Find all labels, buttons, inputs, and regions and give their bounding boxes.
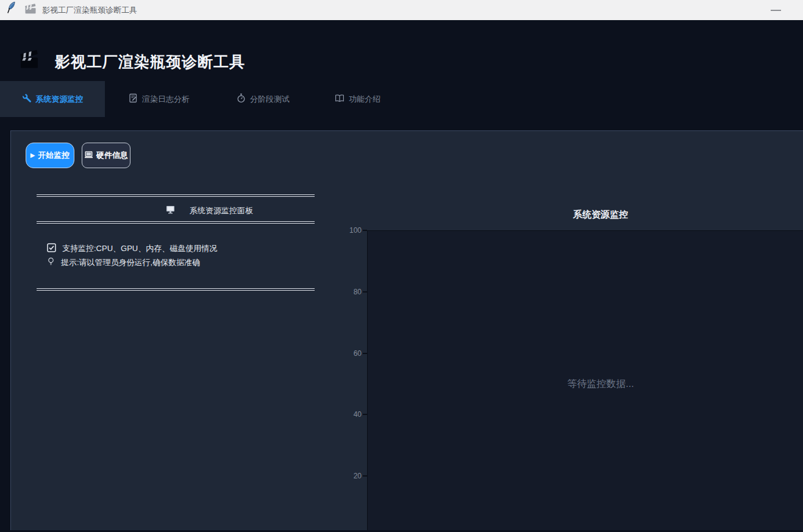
chart-title: 系统资源监控 [573, 209, 628, 221]
checkbox-icon [47, 243, 56, 254]
stopwatch-icon [237, 93, 246, 105]
info-line-supported: 支持监控:CPU、GPU、内存、磁盘使用情况 [47, 243, 217, 254]
y-tick-label: 80 [337, 287, 362, 297]
minimize-button[interactable] [766, 0, 785, 20]
double-rule [37, 288, 315, 291]
app-window: 影视工厂渲染瓶颈诊断工具 系统资源监控 [0, 20, 803, 532]
tabbar: 系统资源监控 渲染日志分析 分阶 [0, 81, 803, 117]
laptop-icon [84, 151, 93, 161]
tab-staged-test[interactable]: 分阶段测试 [237, 81, 290, 117]
tab-content-system-resource: ▶ 开始监控 硬件信息 [10, 130, 803, 530]
info-line-tip: 提示:请以管理员身份运行,确保数据准确 [48, 257, 200, 268]
info-panel: 系统资源监控面板 支持监控:CPU、GPU、内存、磁盘使用情况 [37, 190, 315, 294]
info-panel-title: 系统资源监控面板 [190, 205, 253, 216]
python-feather-icon [6, 1, 16, 20]
y-tick-label: 20 [337, 471, 362, 481]
tab-feature-intro[interactable]: 功能介绍 [335, 81, 380, 117]
toolbar: ▶ 开始监控 硬件信息 [26, 143, 130, 168]
monitor-icon [166, 205, 175, 216]
clapperboard-icon [20, 49, 39, 74]
hardware-info-label: 硬件信息 [96, 150, 128, 161]
start-monitor-label: 开始监控 [38, 150, 70, 161]
double-rule [37, 194, 315, 197]
window-title: 影视工厂渲染瓶颈诊断工具 [42, 5, 137, 16]
y-tick-label: 60 [337, 349, 362, 358]
page-title: 影视工厂渲染瓶颈诊断工具 [55, 52, 245, 72]
tab-label: 功能介绍 [349, 94, 380, 105]
info-panel-header: 系统资源监控面板 [166, 205, 253, 216]
y-tick-mark [363, 230, 367, 231]
tab-label: 渲染日志分析 [142, 94, 190, 105]
minimize-icon [771, 10, 781, 11]
start-monitor-button[interactable]: ▶ 开始监控 [26, 143, 74, 168]
wrench-icon [22, 93, 32, 105]
info-line-text: 提示:请以管理员身份运行,确保数据准确 [61, 257, 200, 268]
bulb-icon [48, 257, 54, 268]
hardware-info-button[interactable]: 硬件信息 [82, 143, 130, 168]
book-icon [335, 94, 344, 105]
y-tick-label: 40 [337, 410, 362, 419]
app-header: 影视工厂渲染瓶颈诊断工具 [0, 20, 803, 81]
tab-label: 分阶段测试 [250, 94, 290, 105]
clapperboard-icon [24, 4, 37, 16]
y-tick-mark [363, 291, 367, 293]
double-rule [37, 221, 315, 224]
y-tick-mark [363, 353, 367, 354]
y-tick-mark [363, 475, 367, 477]
play-icon: ▶ [30, 152, 35, 158]
memo-icon [129, 93, 138, 105]
tab-system-resource-monitor[interactable]: 系统资源监控 [0, 81, 105, 117]
chart-placeholder: 等待监控数据... [567, 378, 633, 391]
tab-render-log-analysis[interactable]: 渲染日志分析 [129, 81, 190, 117]
tab-label: 系统资源监控 [36, 94, 84, 105]
info-line-text: 支持监控:CPU、GPU、内存、磁盘使用情况 [62, 243, 217, 254]
y-tick-mark [363, 414, 367, 415]
titlebar: 影视工厂渲染瓶颈诊断工具 [0, 0, 803, 20]
y-tick-label: 100 [337, 225, 362, 235]
chart-plot-area: 等待监控数据... [367, 230, 803, 530]
